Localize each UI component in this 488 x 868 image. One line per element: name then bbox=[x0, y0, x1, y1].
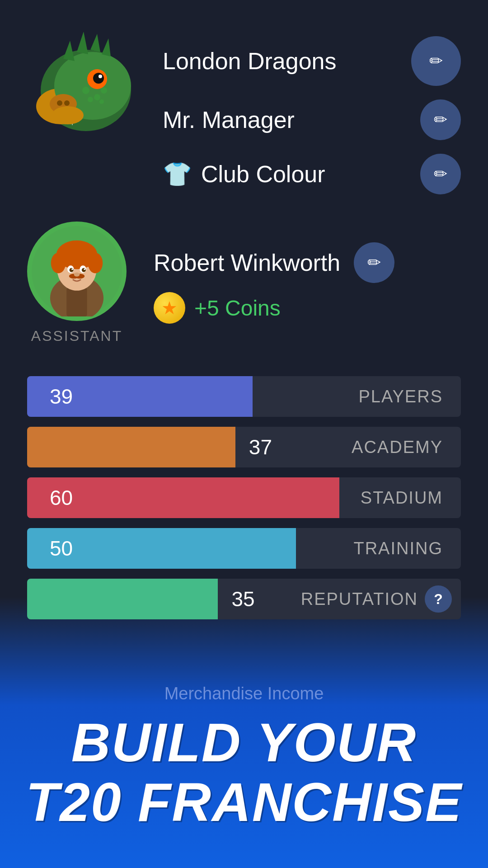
stat-label-stadium: STADIUM bbox=[361, 488, 461, 508]
svg-point-20 bbox=[101, 87, 107, 94]
edit-colour-button[interactable]: ✏ bbox=[420, 154, 461, 194]
assistant-role-label: ASSISTANT bbox=[31, 328, 122, 344]
svg-point-34 bbox=[70, 268, 74, 272]
edit-club-name-button[interactable]: ✏ bbox=[411, 36, 461, 86]
stat-value-players: 39 bbox=[36, 384, 86, 409]
svg-point-16 bbox=[52, 106, 84, 124]
cta-line2: T20 FRANCHISE bbox=[26, 772, 462, 832]
svg-point-36 bbox=[71, 269, 73, 270]
svg-point-8 bbox=[93, 73, 104, 84]
svg-point-17 bbox=[82, 87, 89, 94]
merchandise-text: Merchandise Income bbox=[164, 684, 324, 703]
stat-label-academy: ACADEMY bbox=[352, 438, 461, 457]
assistant-avatar bbox=[27, 222, 127, 321]
pencil-icon: ✏ bbox=[434, 165, 447, 184]
club-name-row: London Dragons ✏ bbox=[163, 36, 461, 86]
svg-point-35 bbox=[82, 268, 86, 272]
coin-icon: ★ bbox=[154, 292, 185, 324]
club-name: London Dragons bbox=[163, 47, 337, 75]
svg-marker-6 bbox=[102, 38, 111, 57]
svg-point-18 bbox=[94, 94, 100, 100]
stat-bar-academy bbox=[27, 427, 235, 467]
assistant-name: Robert Winkworth bbox=[154, 249, 340, 276]
svg-point-37 bbox=[84, 269, 85, 270]
pencil-icon: ✏ bbox=[429, 52, 443, 71]
stat-row-academy: 37ACADEMY bbox=[27, 427, 461, 467]
shirt-icon: 👕 bbox=[163, 160, 192, 188]
pencil-icon: ✏ bbox=[434, 110, 447, 129]
stats-section: 39PLAYERS37ACADEMY60STADIUM50TRAINING35R… bbox=[27, 376, 461, 619]
assistant-section: ASSISTANT Robert Winkworth ✏ ★ +5 Coins bbox=[27, 222, 461, 344]
stat-bar-training: 50 bbox=[27, 528, 296, 569]
coins-label: +5 Coins bbox=[194, 296, 281, 321]
svg-point-19 bbox=[88, 97, 93, 102]
manager-row: Mr. Manager ✏ bbox=[163, 99, 461, 140]
svg-marker-5 bbox=[90, 34, 100, 52]
assistant-info: Robert Winkworth ✏ ★ +5 Coins bbox=[154, 242, 461, 324]
cta-section: Merchandise Income BUILD YOUR T20 FRANCH… bbox=[0, 606, 488, 868]
stat-label-players: PLAYERS bbox=[359, 387, 461, 406]
stat-row-training: 50TRAINING bbox=[27, 528, 461, 569]
club-logo bbox=[27, 27, 145, 145]
club-section: London Dragons ✏ Mr. Manager ✏ 👕 Club Co… bbox=[27, 27, 461, 194]
stat-value-stadium: 60 bbox=[36, 486, 86, 510]
stat-label-training: TRAINING bbox=[353, 539, 461, 558]
svg-point-9 bbox=[99, 75, 102, 78]
svg-point-38 bbox=[74, 273, 80, 277]
svg-point-11 bbox=[57, 100, 62, 106]
edit-assistant-button[interactable]: ✏ bbox=[354, 242, 394, 283]
svg-rect-24 bbox=[66, 288, 87, 316]
svg-point-28 bbox=[51, 253, 66, 273]
svg-point-21 bbox=[99, 99, 104, 104]
stat-row-stadium: 60STADIUM bbox=[27, 477, 461, 518]
stat-value-training: 50 bbox=[36, 536, 86, 561]
stat-bar-players: 39 bbox=[27, 376, 253, 417]
cta-main: BUILD YOUR T20 FRANCHISE bbox=[26, 712, 462, 832]
club-info: London Dragons ✏ Mr. Manager ✏ 👕 Club Co… bbox=[163, 27, 461, 194]
stat-bar-stadium: 60 bbox=[27, 477, 339, 518]
assistant-name-row: Robert Winkworth ✏ bbox=[154, 242, 461, 283]
assistant-avatar-container: ASSISTANT bbox=[27, 222, 127, 344]
edit-manager-button[interactable]: ✏ bbox=[420, 99, 461, 140]
stat-row-players: 39PLAYERS bbox=[27, 376, 461, 417]
stat-value-academy: 37 bbox=[235, 435, 286, 459]
coins-row: ★ +5 Coins bbox=[154, 292, 461, 324]
svg-marker-4 bbox=[77, 32, 88, 54]
club-colour-row: 👕 Club Colour ✏ bbox=[163, 154, 461, 194]
svg-point-12 bbox=[64, 100, 70, 106]
manager-name: Mr. Manager bbox=[163, 106, 295, 133]
cta-line1: BUILD YOUR bbox=[26, 712, 462, 772]
svg-point-29 bbox=[88, 253, 103, 273]
svg-marker-3 bbox=[63, 41, 75, 61]
pencil-icon: ✏ bbox=[367, 253, 381, 272]
club-colour-label: 👕 Club Colour bbox=[163, 160, 325, 188]
coin-star-icon: ★ bbox=[161, 297, 178, 318]
